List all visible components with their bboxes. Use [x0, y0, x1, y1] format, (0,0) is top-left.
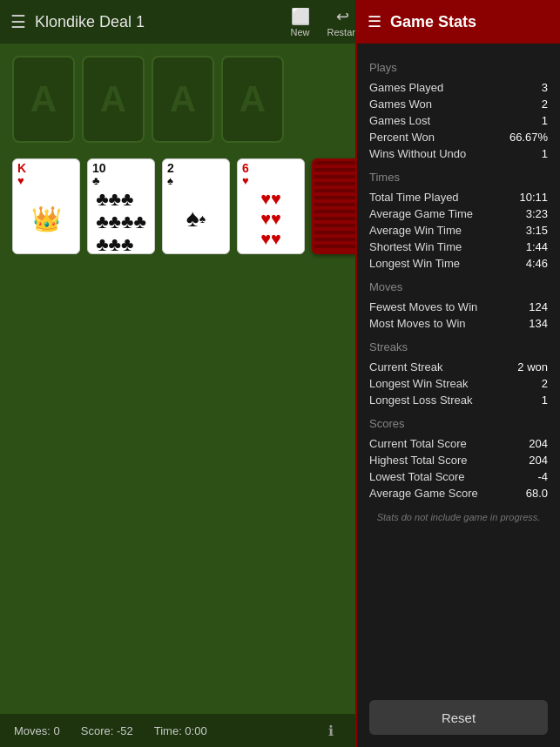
- longest-win-streak-key: Longest Win Streak: [369, 377, 468, 390]
- wins-no-undo-val: 1: [542, 147, 548, 160]
- restart-icon: ↩: [336, 7, 349, 26]
- foundation-slot-3[interactable]: A: [152, 56, 214, 143]
- stats-row-total-time: Total Time Played 10:11: [369, 189, 548, 205]
- stats-row-longest-win: Longest Win Time 4:46: [369, 255, 548, 272]
- card-suit: ♣: [92, 175, 150, 186]
- stats-row-most-moves: Most Moves to Win 134: [369, 315, 548, 332]
- games-played-key: Games Played: [369, 81, 443, 94]
- stats-menu-icon[interactable]: ☰: [368, 12, 381, 31]
- current-streak-val: 2 won: [517, 360, 548, 374]
- restart-button[interactable]: ↩ Restart: [327, 7, 358, 37]
- longest-win-val: 4:46: [526, 257, 548, 270]
- longest-win-streak-val: 2: [542, 377, 548, 390]
- foundation-slot-2[interactable]: A: [82, 56, 145, 143]
- card-face: 2 ♠ ♠♠: [163, 159, 229, 253]
- shortest-win-val: 1:44: [526, 240, 548, 253]
- current-streak-key: Current Streak: [369, 360, 443, 374]
- foundation-slot-4[interactable]: A: [221, 56, 284, 143]
- menu-icon[interactable]: ☰: [10, 11, 26, 32]
- card-center: ♣♣♣♣♣♣♣♣♣♣: [92, 186, 150, 254]
- wins-no-undo-key: Wins Without Undo: [369, 147, 466, 160]
- games-lost-key: Games Lost: [369, 114, 430, 127]
- longest-loss-streak-val: 1: [542, 394, 548, 407]
- streaks-section-label: Streaks: [369, 340, 548, 353]
- games-won-key: Games Won: [369, 98, 432, 111]
- fewest-moves-key: Fewest Moves to Win: [369, 300, 477, 313]
- stats-note: Stats do not include game in progress.: [369, 501, 548, 529]
- avg-win-time-key: Average Win Time: [369, 224, 462, 237]
- games-won-val: 2: [542, 98, 548, 111]
- card-center: ♠♠: [167, 186, 225, 251]
- score-status: Score: -52: [81, 724, 133, 737]
- stats-row-current-streak: Current Streak 2 won: [369, 359, 548, 375]
- avg-game-time-key: Average Game Time: [369, 207, 473, 220]
- game-title: Klondike Deal 1: [35, 13, 291, 31]
- plays-section-label: Plays: [369, 61, 548, 74]
- card-6-hearts[interactable]: 6 ♥ ♥♥♥♥♥♥: [237, 158, 305, 254]
- stats-row-games-won: Games Won 2: [369, 96, 548, 112]
- stats-row-wins-no-undo: Wins Without Undo 1: [369, 145, 548, 162]
- new-icon: ⬜: [291, 7, 310, 26]
- card-value: 6: [242, 162, 300, 175]
- percent-won-key: Percent Won: [369, 131, 435, 144]
- lowest-total-score-key: Lowest Total Score: [369, 470, 465, 483]
- card-value: 10: [92, 162, 150, 175]
- card-10-clubs[interactable]: 10 ♣ ♣♣♣♣♣♣♣♣♣♣: [87, 158, 155, 254]
- stats-body: Plays Games Played 3 Games Won 2 Games L…: [357, 44, 560, 691]
- card-center: ♥♥♥♥♥♥: [242, 186, 300, 251]
- moves-status: Moves: 0: [14, 724, 60, 737]
- foundation-placeholder-1: A: [30, 78, 57, 120]
- highest-total-score-val: 204: [529, 454, 548, 467]
- card-face: 6 ♥ ♥♥♥♥♥♥: [238, 159, 304, 253]
- card-king-hearts[interactable]: K ♥ 👑: [12, 158, 80, 254]
- card-value: 2: [167, 162, 225, 175]
- stats-footer: Reset: [357, 691, 560, 747]
- avg-game-score-val: 68.0: [526, 487, 548, 500]
- total-time-key: Total Time Played: [369, 191, 459, 204]
- card-face: 10 ♣ ♣♣♣♣♣♣♣♣♣♣: [88, 159, 154, 253]
- games-played-val: 3: [542, 81, 548, 94]
- current-total-score-key: Current Total Score: [369, 437, 467, 450]
- reset-button[interactable]: Reset: [369, 700, 548, 735]
- foundation-placeholder-3: A: [170, 78, 196, 120]
- stats-row-games-played: Games Played 3: [369, 79, 548, 96]
- stats-row-avg-game-score: Average Game Score 68.0: [369, 485, 548, 501]
- stats-panel: ☰ Game Stats Plays Games Played 3 Games …: [355, 0, 560, 747]
- foundation-placeholder-4: A: [240, 78, 266, 120]
- new-label: New: [291, 27, 310, 37]
- stats-row-fewest-moves: Fewest Moves to Win 124: [369, 299, 548, 315]
- card-value: K: [17, 162, 75, 175]
- longest-win-key: Longest Win Time: [369, 257, 460, 270]
- stats-row-lowest-total-score: Lowest Total Score -4: [369, 468, 548, 485]
- stats-row-shortest-win: Shortest Win Time 1:44: [369, 239, 548, 255]
- stats-row-longest-win-streak: Longest Win Streak 2: [369, 375, 548, 392]
- card-center: 👑: [17, 186, 75, 251]
- most-moves-key: Most Moves to Win: [369, 317, 466, 330]
- stats-header: ☰ Game Stats: [357, 0, 560, 44]
- restart-label: Restart: [327, 27, 358, 37]
- card-suit: ♥: [242, 175, 300, 186]
- times-section-label: Times: [369, 171, 548, 184]
- stats-row-avg-win-time: Average Win Time 3:15: [369, 222, 548, 239]
- stats-row-current-total-score: Current Total Score 204: [369, 435, 548, 452]
- total-time-val: 10:11: [519, 191, 548, 204]
- stats-title: Game Stats: [390, 13, 476, 31]
- fewest-moves-val: 124: [529, 300, 548, 313]
- card-2-spades[interactable]: 2 ♠ ♠♠: [162, 158, 230, 254]
- avg-win-time-val: 3:15: [526, 224, 548, 237]
- moves-section-label: Moves: [369, 280, 548, 293]
- most-moves-val: 134: [529, 317, 548, 330]
- longest-loss-streak-key: Longest Loss Streak: [369, 394, 473, 407]
- stats-row-avg-game-time: Average Game Time 3:23: [369, 205, 548, 222]
- avg-game-time-val: 3:23: [526, 207, 548, 220]
- highest-total-score-key: Highest Total Score: [369, 454, 468, 467]
- new-button[interactable]: ⬜ New: [291, 7, 310, 37]
- foundation-slot-1[interactable]: A: [12, 56, 75, 143]
- toolbar-buttons: ⬜ New ↩ Restart: [291, 7, 358, 37]
- avg-game-score-key: Average Game Score: [369, 487, 478, 500]
- info-icon[interactable]: ℹ: [328, 723, 334, 739]
- card-suit: ♠: [167, 175, 225, 186]
- card-face: K ♥ 👑: [13, 159, 79, 253]
- percent-won-val: 66.67%: [509, 131, 548, 144]
- card-suit: ♥: [17, 175, 75, 186]
